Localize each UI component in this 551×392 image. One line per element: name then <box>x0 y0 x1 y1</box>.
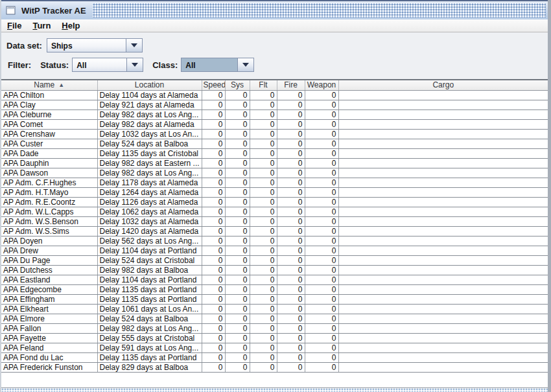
cell-flt: 0 <box>250 178 277 187</box>
cell-speed: 0 <box>202 323 225 333</box>
table-row[interactable]: APA Dawson Delay 982 days at Los Ang... … <box>1 168 548 178</box>
status-combobox[interactable]: All <box>72 58 143 72</box>
cell-sys: 0 <box>225 100 250 110</box>
combobox-arrow-button[interactable] <box>237 58 253 71</box>
cell-weapon: 0 <box>305 304 338 314</box>
cell-sys: 0 <box>225 90 250 100</box>
table-row[interactable]: APA Fond du Lac Delay 1135 days at Portl… <box>1 352 548 362</box>
table-row[interactable]: APA Chilton Delay 1104 days at Alameda 0… <box>1 90 548 100</box>
cell-weapon: 0 <box>305 265 338 275</box>
cell-cargo <box>338 343 548 352</box>
table-row[interactable]: APA Elmore Delay 524 days at Balboa 0 0 … <box>1 314 548 323</box>
menu-help[interactable]: Help <box>62 21 80 30</box>
cell-location: Delay 1062 days at Alameda <box>97 207 202 216</box>
cell-name: AP Adm. W.S.Sims <box>1 226 97 236</box>
column-header-weapon[interactable]: Weapon <box>305 80 338 90</box>
table-row[interactable]: APA Fallon Delay 982 days at Los Ang... … <box>1 323 548 333</box>
class-value: All <box>182 58 237 71</box>
table-row[interactable]: AP Adm. W.S.Benson Delay 1032 days at Al… <box>1 216 548 226</box>
cell-fire: 0 <box>277 275 305 284</box>
column-header-name[interactable]: Name▲ <box>1 80 97 90</box>
column-header-location[interactable]: Location <box>97 80 202 90</box>
cell-fire: 0 <box>277 197 305 207</box>
cell-flt: 0 <box>250 187 277 197</box>
cell-flt: 0 <box>250 323 277 333</box>
table-row[interactable]: AP Adm. W.S.Sims Delay 1420 days at Alam… <box>1 226 548 236</box>
cell-name: AP Adm. H.T.Mayo <box>1 187 97 197</box>
cell-sys: 0 <box>225 207 250 216</box>
cell-sys: 0 <box>225 168 250 178</box>
cell-speed: 0 <box>202 255 225 265</box>
cell-weapon: 0 <box>305 119 338 129</box>
cell-cargo <box>338 304 548 314</box>
table-row[interactable]: APA Effingham Delay 1135 days at Portlan… <box>1 294 548 304</box>
cell-fire: 0 <box>277 323 305 333</box>
table-row[interactable]: APA Doyen Delay 562 days at Los Ang... 0… <box>1 236 548 246</box>
cell-fire: 0 <box>277 314 305 323</box>
cell-cargo <box>338 187 548 197</box>
cell-name: APA Fallon <box>1 323 97 333</box>
table-row[interactable]: AP Adm. W.L.Capps Delay 1062 days at Ala… <box>1 207 548 216</box>
title-bar[interactable]: WitP Tracker AE <box>1 0 548 19</box>
cell-sys: 0 <box>225 255 250 265</box>
table-row[interactable]: APA Elkheart Delay 1061 days at Los An..… <box>1 304 548 314</box>
data-set-combobox[interactable]: Ships <box>47 38 143 52</box>
combobox-arrow-button[interactable] <box>126 58 143 71</box>
cell-flt: 0 <box>250 284 277 294</box>
table-row[interactable]: APA Eastland Delay 1104 days at Portland… <box>1 275 548 284</box>
cell-weapon: 0 <box>305 275 338 284</box>
cell-flt: 0 <box>250 226 277 236</box>
table-row[interactable]: APA Edgecombe Delay 1135 days at Portlan… <box>1 284 548 294</box>
table-row[interactable]: APA Crenshaw Delay 1032 days at Los An..… <box>1 129 548 139</box>
cell-flt: 0 <box>250 148 277 158</box>
cell-location: Delay 982 days at Alameda <box>97 119 202 129</box>
table-row[interactable]: APA Drew Delay 1104 days at Portland 0 0… <box>1 246 548 255</box>
table-row[interactable]: AP Adm. C.F.Hughes Delay 1178 days at Al… <box>1 178 548 187</box>
cell-cargo <box>338 294 548 304</box>
table-row[interactable]: APA Cleburne Delay 982 days at Los Ang..… <box>1 110 548 119</box>
table-row[interactable]: AP Adm. R.E.Coontz Delay 1126 days at Al… <box>1 197 548 207</box>
column-header-fire[interactable]: Fire <box>277 80 305 90</box>
table-row[interactable]: APA Dade Delay 1135 days at Cristobal 0 … <box>1 148 548 158</box>
table-row[interactable]: APA Dutchess Delay 982 days at Balboa 0 … <box>1 265 548 275</box>
class-combobox[interactable]: All <box>181 58 254 72</box>
cell-fire: 0 <box>277 207 305 216</box>
table-row[interactable]: APA Du Page Delay 524 days at Cristobal … <box>1 255 548 265</box>
horizontal-scrollbar[interactable] <box>1 387 548 392</box>
menu-turn[interactable]: Turn <box>32 21 51 30</box>
data-set-label: Data set: <box>6 41 42 51</box>
table-row[interactable]: APA Comet Delay 982 days at Alameda 0 0 … <box>1 119 548 129</box>
cell-fire: 0 <box>277 168 305 178</box>
table-row[interactable]: APA Clay Delay 921 days at Alameda 0 0 0… <box>1 100 548 110</box>
table-row[interactable]: APA Custer Delay 524 days at Balboa 0 0 … <box>1 139 548 148</box>
cell-location: Delay 1032 days at Los An... <box>97 129 202 139</box>
table-row[interactable]: APA Frederick Funston Delay 829 days at … <box>1 362 548 372</box>
cell-weapon: 0 <box>305 197 338 207</box>
cell-cargo <box>338 90 548 100</box>
cell-flt: 0 <box>250 294 277 304</box>
cell-cargo <box>338 314 548 323</box>
cell-location: Delay 1135 days at Portland <box>97 284 202 294</box>
class-label: Class: <box>152 60 178 70</box>
cell-speed: 0 <box>202 168 225 178</box>
menu-file[interactable]: File <box>7 21 21 30</box>
table-row[interactable]: APA Fayette Delay 555 days at Cristobal … <box>1 333 548 343</box>
cell-sys: 0 <box>225 333 250 343</box>
cell-flt: 0 <box>250 246 277 255</box>
combobox-arrow-button[interactable] <box>126 39 142 52</box>
cell-name: APA Clay <box>1 100 97 110</box>
cell-name: APA Dutchess <box>1 265 97 275</box>
cell-location: Delay 1420 days at Alameda <box>97 226 202 236</box>
column-header-flt[interactable]: Flt <box>250 80 277 90</box>
cell-weapon: 0 <box>305 314 338 323</box>
table-row[interactable]: AP Adm. H.T.Mayo Delay 1264 days at Alam… <box>1 187 548 197</box>
column-header-speed[interactable]: Speed <box>202 80 225 90</box>
chevron-down-icon <box>242 63 249 67</box>
column-header-cargo[interactable]: Cargo <box>338 80 548 90</box>
cell-location: Delay 982 days at Balboa <box>97 265 202 275</box>
table-row[interactable]: APA Dauphin Delay 982 days at Eastern ..… <box>1 158 548 168</box>
table-row[interactable]: APA Feland Delay 591 days at Los Ang... … <box>1 343 548 352</box>
column-header-sys[interactable]: Sys <box>225 80 250 90</box>
cell-speed: 0 <box>202 148 225 158</box>
cell-location: Delay 524 days at Cristobal <box>97 255 202 265</box>
